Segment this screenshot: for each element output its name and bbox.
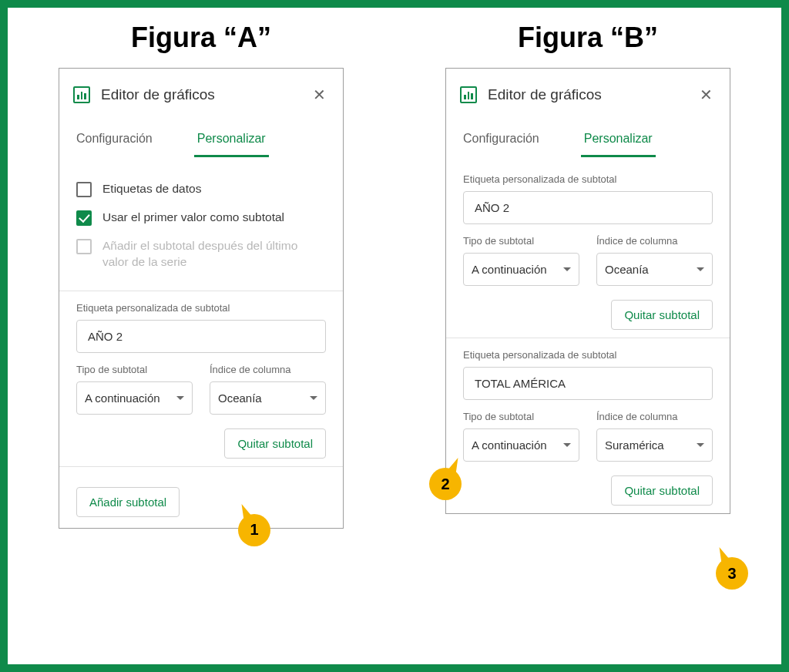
column-index-label: Índice de columna <box>596 235 713 247</box>
subtotal-type-select[interactable]: A continuación <box>463 253 579 286</box>
close-icon[interactable]: ✕ <box>310 82 329 107</box>
subtotal-type-label: Tipo de subtotal <box>76 364 193 375</box>
subtotal-label-field-label-2: Etiqueta personalizada de subtotal <box>463 349 713 361</box>
tab-configuration[interactable]: Configuración <box>460 124 542 157</box>
column-index-select-2[interactable]: Suramérica <box>596 428 713 462</box>
column-index-label: Índice de columna <box>210 364 326 375</box>
column-index-value-2: Suramérica <box>605 438 664 452</box>
subtotal-label-field-label: Etiqueta personalizada de subtotal <box>76 302 326 314</box>
subtotal-type-select-2[interactable]: A continuación <box>463 428 579 462</box>
chart-editor-panel-b: Editor de gráficos ✕ Configuración Perso… <box>445 68 730 514</box>
chart-icon <box>460 86 477 103</box>
subtotal-type-label: Tipo de subtotal <box>463 235 579 247</box>
subtotal-type-value: A continuación <box>472 263 547 276</box>
chart-icon <box>73 86 90 103</box>
figure-b-title: Figura “B” <box>518 22 658 54</box>
chart-editor-panel-a: Editor de gráficos ✕ Configuración Perso… <box>59 68 344 529</box>
figure-b-column: Figura “B” Editor de gráficos ✕ Configur… <box>445 22 730 529</box>
subtotal-label-input-2[interactable] <box>463 367 713 400</box>
subtotal-label-input[interactable] <box>76 320 326 353</box>
panel-title: Editor de gráficos <box>101 86 310 103</box>
panel-title: Editor de gráficos <box>488 86 697 103</box>
tab-customize[interactable]: Personalizar <box>581 124 656 157</box>
chevron-down-icon <box>697 267 704 271</box>
add-subtotal-button[interactable]: Añadir subtotal <box>76 487 180 517</box>
remove-subtotal-button[interactable]: Quitar subtotal <box>611 300 713 330</box>
checkbox-first-value-subtotal[interactable] <box>76 210 92 226</box>
subtotal-type-label-2: Tipo de subtotal <box>463 411 579 422</box>
chevron-down-icon <box>176 396 184 400</box>
callout-3: 3 <box>716 557 748 590</box>
chevron-down-icon <box>563 267 571 271</box>
remove-subtotal-button-2[interactable]: Quitar subtotal <box>611 475 713 506</box>
figure-a-title: Figura “A” <box>131 22 271 54</box>
tab-customize[interactable]: Personalizar <box>194 124 269 157</box>
tutorial-frame: Figura “A” Editor de gráficos ✕ Configur… <box>0 0 789 672</box>
checkbox-first-value-subtotal-label: Usar el primer valor como subtotal <box>102 210 284 226</box>
figure-a-column: Figura “A” Editor de gráficos ✕ Configur… <box>59 22 344 529</box>
checkbox-data-labels-label: Etiquetas de datos <box>102 181 201 197</box>
subtotal-label-field-label: Etiqueta personalizada de subtotal <box>463 173 713 185</box>
subtotal-type-value-2: A continuación <box>472 438 547 452</box>
checkbox-data-labels[interactable] <box>76 182 92 197</box>
callout-2: 2 <box>429 468 462 500</box>
column-index-label-2: Índice de columna <box>596 411 713 422</box>
tab-configuration[interactable]: Configuración <box>73 124 156 157</box>
column-index-select[interactable]: Oceanía <box>210 381 326 415</box>
close-icon[interactable]: ✕ <box>697 82 716 107</box>
callout-1: 1 <box>238 514 270 546</box>
column-index-value: Oceanía <box>605 263 649 276</box>
column-index-select[interactable]: Oceanía <box>596 253 713 286</box>
checkbox-add-subtotal-after-last <box>76 239 92 254</box>
column-index-value: Oceanía <box>218 391 262 405</box>
subtotal-type-select[interactable]: A continuación <box>76 381 193 415</box>
checkbox-add-subtotal-after-last-label: Añadir el subtotal después del último va… <box>102 238 326 270</box>
remove-subtotal-button[interactable]: Quitar subtotal <box>224 428 326 459</box>
chevron-down-icon <box>563 443 571 447</box>
subtotal-label-input[interactable] <box>463 191 713 224</box>
chevron-down-icon <box>310 396 317 400</box>
subtotal-type-value: A continuación <box>85 391 160 405</box>
chevron-down-icon <box>697 443 704 447</box>
